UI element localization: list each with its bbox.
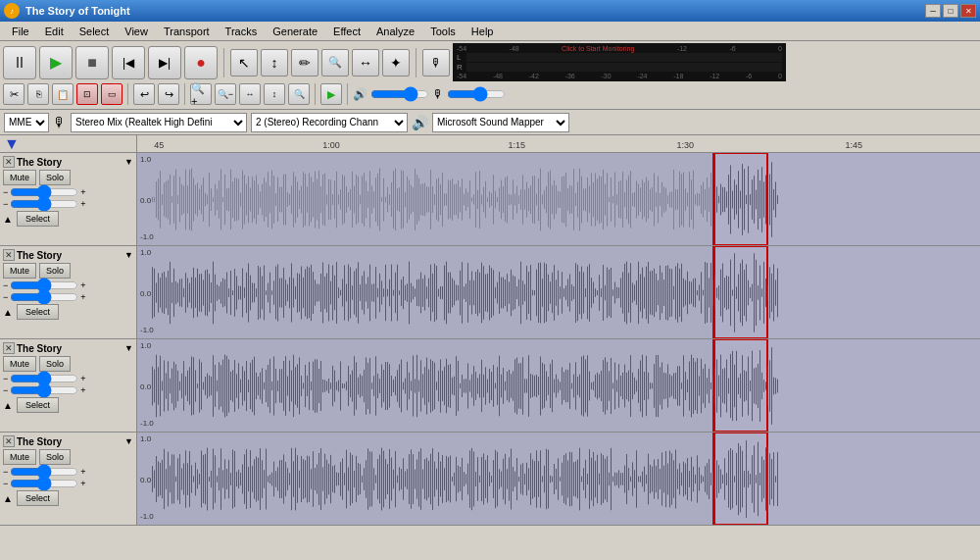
svg-rect-686 [219, 362, 220, 409]
track-1-menu-arrow[interactable]: ▼ [124, 157, 133, 167]
track-4-solo-button[interactable]: Solo [39, 449, 71, 465]
timeshift-tool-button[interactable]: ↔ [352, 49, 379, 76]
envelope-tool-button[interactable]: ↕ [261, 49, 288, 76]
close-button[interactable]: ✕ [960, 4, 976, 18]
track-3-solo-button[interactable]: Solo [39, 356, 71, 372]
input-volume-slider[interactable] [447, 89, 506, 99]
channels-select[interactable]: 2 (Stereo) Recording Chann [251, 113, 408, 132]
silence-button[interactable]: ▭ [101, 83, 122, 105]
output-volume-slider[interactable] [370, 89, 429, 99]
track-4-gain-slider[interactable] [10, 468, 78, 476]
mic-button[interactable]: 🎙 [422, 49, 450, 76]
play-normal-button[interactable]: ▶ [320, 83, 342, 105]
menu-item-tracks[interactable]: Tracks [218, 24, 266, 39]
menu-item-select[interactable]: Select [72, 24, 118, 39]
track-4-menu-arrow[interactable]: ▼ [124, 436, 133, 446]
menu-item-file[interactable]: File [4, 24, 37, 39]
track-1-gain-slider[interactable] [10, 188, 78, 196]
copy-button[interactable]: ⎘ [27, 83, 49, 105]
output-device-select[interactable]: Microsoft Sound Mapper [432, 113, 569, 132]
track-2-gain-slider[interactable] [10, 281, 78, 289]
track-4-waveform[interactable]: 1.0 0.0 -1.0 [137, 433, 980, 525]
svg-rect-1281 [750, 474, 751, 484]
menu-item-edit[interactable]: Edit [37, 24, 72, 39]
zoom-normal-button[interactable]: 🔍 [288, 83, 310, 105]
redo-button[interactable]: ↪ [158, 83, 179, 105]
track-2-close-button[interactable]: ✕ [3, 249, 15, 261]
track-1-solo-button[interactable]: Solo [39, 170, 71, 185]
multi-tool-button[interactable]: ✦ [382, 49, 410, 76]
track-3-waveform[interactable]: 1.0 0.0 -1.0 [137, 339, 980, 432]
track-3-select-button[interactable]: Select [17, 397, 59, 413]
trim-button[interactable]: ⊡ [76, 83, 98, 105]
select-tool-button[interactable]: ↖ [230, 49, 258, 76]
track-3-pan-minus: − [3, 385, 8, 395]
cut-button[interactable]: ✂ [3, 83, 24, 105]
fit-vertical-button[interactable]: ↕ [264, 83, 285, 105]
svg-rect-470 [430, 265, 431, 322]
track-2-menu-arrow[interactable]: ▼ [124, 250, 133, 260]
track-2-mute-button[interactable]: Mute [3, 263, 36, 279]
track-1-select-button[interactable]: Select [17, 211, 59, 227]
zoom-tool-button[interactable]: 🔍 [321, 49, 349, 76]
menu-item-generate[interactable]: Generate [265, 24, 325, 39]
svg-rect-968 [771, 347, 772, 425]
window-title: The Story of Tonight [25, 5, 130, 17]
track-1-close-button[interactable]: ✕ [3, 156, 15, 168]
track-2-solo-button[interactable]: Solo [39, 263, 71, 279]
track-2-waveform[interactable]: 1.0 0.0 -1.0 [137, 246, 980, 338]
svg-rect-1136 [466, 474, 466, 484]
svg-rect-899 [636, 381, 637, 392]
track-1-mute-button[interactable]: Mute [3, 170, 36, 185]
svg-rect-678 [203, 382, 204, 390]
play-button[interactable]: ▶ [39, 46, 73, 79]
svg-rect-1210 [611, 448, 612, 510]
menu-item-tools[interactable]: Tools [422, 24, 464, 39]
svg-rect-847 [534, 376, 535, 396]
track-4-select-button[interactable]: Select [17, 490, 59, 506]
svg-rect-779 [401, 360, 402, 413]
track-4-pan-slider[interactable] [10, 480, 78, 487]
track-2-select-button[interactable]: Select [17, 304, 59, 320]
svg-rect-835 [511, 374, 512, 398]
track-4-mute-button[interactable]: Mute [3, 449, 36, 465]
menu-item-effect[interactable]: Effect [325, 24, 368, 39]
track-1-pan-slider[interactable] [10, 200, 78, 208]
pause-button[interactable]: ⏸ [3, 46, 36, 79]
menu-item-help[interactable]: Help [464, 24, 502, 39]
svg-rect-499 [487, 274, 488, 312]
zoom-out-button[interactable]: 🔍− [215, 83, 236, 105]
svg-rect-958 [752, 351, 753, 422]
record-button[interactable]: ● [184, 46, 218, 79]
svg-rect-555 [597, 290, 598, 295]
skip-fwd-button[interactable]: ▶| [148, 46, 181, 79]
track-2-pan-slider[interactable] [10, 293, 78, 301]
fit-horizontal-button[interactable]: ↔ [239, 83, 261, 105]
paste-button[interactable]: 📋 [52, 83, 74, 105]
stop-button[interactable]: ■ [75, 46, 109, 79]
maximize-button[interactable]: □ [943, 4, 958, 18]
skip-back-button[interactable]: |◀ [112, 46, 145, 79]
track-1-waveform[interactable]: 1.0 0.0 -1.0 [137, 153, 980, 245]
svg-rect-1103 [401, 469, 402, 489]
track-4-arrow-down: ▲ [3, 493, 13, 504]
minimize-button[interactable]: ─ [925, 4, 941, 18]
input-device-select[interactable]: Stereo Mix (Realtek High Defini [71, 113, 247, 132]
svg-rect-1012 [222, 470, 223, 487]
track-3-pan-slider[interactable] [10, 386, 78, 394]
host-select[interactable]: MME [4, 113, 49, 132]
undo-button[interactable]: ↩ [133, 83, 155, 105]
svg-rect-1109 [413, 454, 414, 504]
skip-to-start-icon[interactable]: ▼ [4, 135, 20, 153]
track-3-close-button[interactable]: ✕ [3, 342, 15, 354]
svg-rect-922 [681, 382, 682, 389]
track-3-gain-slider[interactable] [10, 375, 78, 382]
draw-tool-button[interactable]: ✏ [291, 49, 318, 76]
track-3-menu-arrow[interactable]: ▼ [124, 343, 133, 353]
menu-item-analyze[interactable]: Analyze [368, 24, 422, 39]
menu-item-transport[interactable]: Transport [156, 24, 218, 39]
track-3-mute-button[interactable]: Mute [3, 356, 36, 372]
zoom-in-button[interactable]: 🔍+ [190, 83, 212, 105]
track-4-close-button[interactable]: ✕ [3, 435, 15, 447]
menu-item-view[interactable]: View [117, 24, 156, 39]
